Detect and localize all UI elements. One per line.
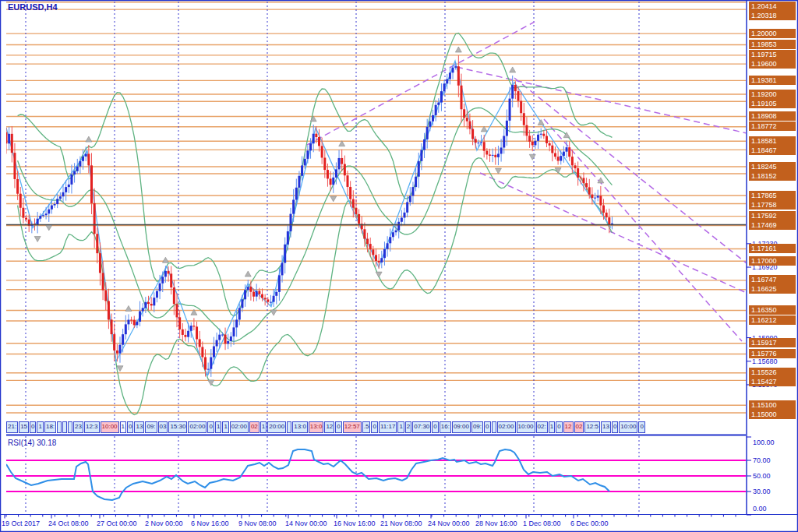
price-level-label: 1.15427 (749, 377, 796, 386)
time-label-box[interactable]: 12 (563, 421, 574, 433)
price-level-label: 1.20000 (749, 29, 796, 38)
price-level-label: 1.16350 (749, 305, 796, 315)
time-label-strip: 21:150118:2312:310:00101309:0315:3002:00… (6, 421, 646, 433)
time-label-box[interactable]: 02:00 (497, 421, 516, 433)
trendlines (307, 22, 747, 341)
date-axis-label: 24 Oct 08:00 (48, 520, 89, 527)
price-level-label: 1.19105 (749, 99, 796, 108)
time-label-box[interactable]: 1 (549, 421, 555, 433)
time-label-box[interactable]: 16: (440, 421, 451, 433)
time-label-box[interactable]: 1 (222, 421, 228, 433)
price-level-label: 1.15000 (749, 410, 796, 419)
price-level-label: 1.18467 (749, 146, 796, 155)
price-level-label: 1.18581 (749, 136, 796, 146)
time-label-box[interactable]: 0 (371, 421, 377, 433)
time-label-box[interactable]: 21: (6, 421, 18, 433)
time-label-box[interactable] (287, 421, 291, 433)
date-axis-label: 16 Nov 16:00 (334, 520, 376, 527)
time-label-box[interactable]: 1 (215, 421, 221, 433)
time-label-box[interactable] (57, 421, 62, 433)
date-axis-label: 24 Nov 00:00 (428, 520, 470, 527)
price-level-label: 1.17758 (749, 200, 796, 210)
time-label-box[interactable]: 12 (324, 421, 334, 433)
time-label-box[interactable]: 1 (37, 421, 43, 433)
date-axis-ticks (5, 515, 736, 519)
time-label-box[interactable]: 2 (405, 421, 411, 433)
price-level-label: 1.17469 (749, 220, 796, 230)
time-label-box[interactable]: 0 (484, 421, 490, 433)
time-label-box[interactable]: 0 (556, 421, 562, 433)
time-label-box[interactable]: 10:00 (101, 421, 119, 433)
rsi-panel (6, 449, 746, 500)
time-label-box[interactable]: 1 (397, 421, 404, 433)
price-level-label: 1.19600 (749, 59, 796, 69)
time-label-box[interactable]: 02 (574, 421, 584, 433)
time-label-box[interactable]: 11:17 (379, 421, 397, 433)
date-axis-label: 27 Oct 00:00 (97, 520, 137, 527)
time-label-box[interactable]: 0 (335, 421, 341, 433)
time-label-box[interactable]: 13:0 (309, 421, 324, 433)
time-label-box[interactable]: 12:57 (343, 421, 362, 433)
price-tick-label: 1.15680 (752, 358, 778, 365)
chart-window: EURUSD,H4 RSI(14) 30.18 21:150118:2312:3… (0, 0, 798, 532)
price-level-label: 1.15917 (749, 338, 796, 347)
time-label-box[interactable]: 13 (601, 421, 611, 433)
rsi-axis-label: 70.00 (753, 456, 771, 464)
time-label-box[interactable]: 12:3 (84, 421, 100, 433)
time-label-box[interactable] (492, 421, 496, 433)
rsi-axis-label: 30.00 (753, 488, 771, 495)
time-label-box[interactable]: 02:00 (230, 421, 249, 433)
time-label-box[interactable]: 10:00 (619, 421, 637, 433)
rsi-indicator-label: RSI(14) 30.18 (8, 439, 56, 447)
date-axis-label: 1 Dec 08:00 (523, 520, 561, 527)
time-label-box[interactable]: 03 (158, 421, 168, 433)
time-label-box[interactable]: 02 (249, 421, 260, 433)
date-axis-label: 19 Oct 2017 (2, 520, 40, 527)
price-level-label: 1.18908 (749, 111, 796, 121)
time-label-box[interactable]: 12:5 (584, 421, 600, 433)
price-level-label: 1.17161 (749, 244, 796, 253)
price-level-label: 1.15100 (749, 400, 796, 410)
chart-canvas[interactable] (0, 0, 798, 532)
price-level-label: 1.18152 (749, 171, 796, 181)
time-label-box[interactable]: 09: (471, 421, 483, 433)
time-label-box[interactable]: .5 (362, 421, 371, 433)
price-level-label: 1.19381 (749, 76, 796, 85)
price-level-label: 1.20414 (749, 2, 796, 11)
time-label-box[interactable]: 15 (19, 421, 29, 433)
time-label-box[interactable]: 02:00 (188, 421, 207, 433)
time-label-box[interactable]: 0 (127, 421, 133, 433)
time-label-box[interactable]: 07:30 (412, 421, 431, 433)
date-axis-label: 28 Nov 16:00 (475, 520, 517, 527)
time-label-box[interactable]: 15:30 (168, 421, 187, 433)
date-axis-label: 2 Nov 00:00 (145, 520, 183, 527)
time-label-box[interactable]: 13:0 (292, 421, 308, 433)
time-label-box[interactable]: 0 (207, 421, 214, 433)
time-label-box[interactable] (68, 421, 72, 433)
time-label-box[interactable]: 13 (134, 421, 144, 433)
date-axis-label: 9 Nov 08:00 (238, 520, 277, 527)
time-label-box[interactable]: 10:00 (517, 421, 535, 433)
time-label-box[interactable]: 23 (73, 421, 83, 433)
time-label-box[interactable]: 02: (536, 421, 548, 433)
symbol-period-label: EURUSD,H4 (8, 2, 58, 12)
time-label-box[interactable]: 1 (260, 421, 267, 433)
price-level-label: 1.15526 (749, 368, 796, 377)
time-label-box[interactable]: 18: (44, 421, 56, 433)
price-level-label: 1.15776 (749, 349, 796, 358)
date-axis-label: 6 Nov 16:00 (191, 520, 229, 527)
time-label-box[interactable]: 1 (120, 421, 126, 433)
price-level-label: 1.16625 (749, 284, 796, 294)
time-label-box[interactable]: 0 (432, 421, 438, 433)
time-label-box[interactable]: 0 (30, 421, 36, 433)
price-level-label: 1.16212 (749, 315, 796, 325)
time-label-box[interactable]: 09: (145, 421, 157, 433)
price-level-label: 1.20318 (749, 11, 796, 20)
time-label-box[interactable]: 0 (612, 421, 618, 433)
time-label-box[interactable] (62, 421, 67, 433)
time-label-box[interactable]: 09:00 (452, 421, 471, 433)
price-level-label: 1.18772 (749, 122, 796, 131)
time-label-box[interactable]: 20:00 (267, 421, 286, 433)
price-level-label: 1.17592 (749, 211, 796, 220)
time-label-box[interactable]: 0 (638, 421, 644, 433)
